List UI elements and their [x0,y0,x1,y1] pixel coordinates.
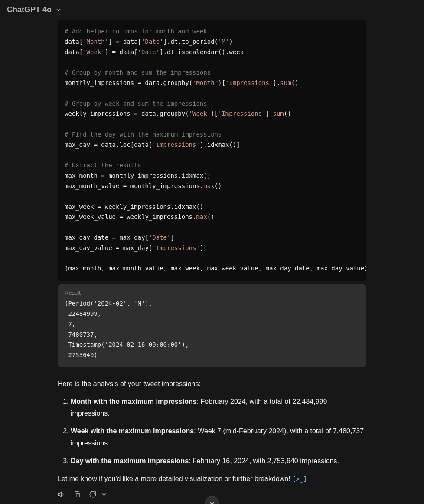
code-line: data['Week'] = data['Date'].dt.isocalend… [65,49,244,55]
code-line: data['Month'] = data['Date'].dt.to_perio… [65,38,233,45]
result-body: (Period('2024-02', 'M'), 22484999, 7, 74… [65,299,359,361]
assistant-message: Here is the analysis of your tweet impre… [58,378,366,484]
code-line: max_week = weekly_impressions.idxmax() [65,203,203,210]
code-line: max_day = data.loc[data['Impressions'].i… [65,141,240,148]
intro-text: Here is the analysis of your tweet impre… [58,378,366,390]
model-selector[interactable]: ChatGPT 4o [7,5,52,14]
code-line: (max_month, max_month_value, max_week, m… [65,265,366,272]
message-area: # Add helper columns for month and week … [58,20,366,504]
svg-marker-0 [59,492,62,497]
chevron-down-icon[interactable] [55,7,62,13]
code-comment: # Extract the results [65,162,141,169]
copy-icon[interactable] [73,491,81,500]
code-block: # Add helper columns for month and week … [58,20,366,281]
code-comment: # Find the day with the maximum impressi… [65,131,222,138]
code-citation-icon[interactable]: [>_] [292,475,307,482]
speaker-icon[interactable] [58,491,65,500]
code-comment: # Add helper columns for month and week [65,28,207,35]
analysis-list: Month with the maximum impressions: Febr… [58,396,366,467]
code-line: max_week_value = weekly_impressions.max(… [65,213,215,220]
outro-text: Let me know if you'd like a more detaile… [58,473,366,484]
code-comment: # Group by week and sum the impressions [65,100,207,107]
code-line: weekly_impressions = data.groupby('Week'… [65,110,291,117]
header: ChatGPT 4o [0,0,424,20]
svg-rect-1 [76,494,80,497]
list-item: Day with the maximum impressions: Februa… [71,455,366,467]
code-line: max_month = monthly_impressions.idxmax() [65,172,211,179]
regenerate-icon[interactable] [89,491,97,500]
code-line: max_month_value = monthly_impressions.ma… [65,182,222,189]
code-line: monthly_impressions = data.groupby('Mont… [65,79,298,86]
result-label: Result [65,289,359,296]
code-comment: # Group by month and sum the impressions [65,69,211,76]
list-item: Month with the maximum impressions: Febr… [71,396,366,419]
list-item: Week with the maximum impressions: Week … [71,425,366,449]
code-line: max_day_value = max_day['Impressions'] [65,244,203,251]
code-line: max_day_date = max_day['Date'] [65,234,174,241]
result-block: Result (Period('2024-02', 'M'), 22484999… [58,284,366,367]
chevron-down-icon[interactable] [100,491,108,500]
